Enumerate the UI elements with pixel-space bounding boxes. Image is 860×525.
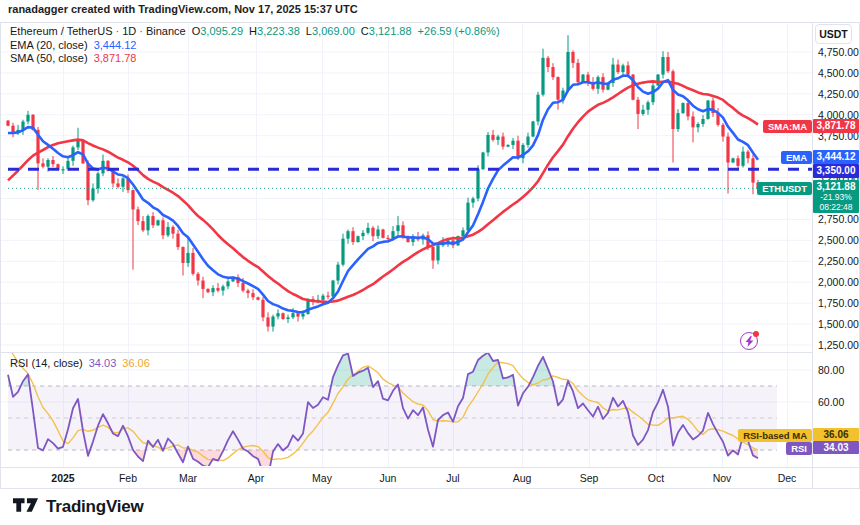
change-value: +26.59 (+0.86%) [418, 25, 500, 37]
price-tick-label: 2,500.00 [818, 234, 858, 246]
rsi-axis-pill: RSI [786, 442, 812, 455]
price-tick-label: 1,500.00 [818, 318, 858, 330]
ohlc-values: O3,095.29H3,223.38L3,069.00C3,121.88 [186, 25, 412, 37]
price-tick-label: 2,250.00 [818, 255, 858, 267]
flash-alert-icon[interactable] [740, 332, 758, 350]
rsi-axis-value: 34.03 [813, 441, 859, 454]
price-tick-label: 1,250.00 [818, 339, 858, 351]
last-price-value: 3,121.88 [813, 181, 859, 192]
ohlc-key: O [192, 25, 201, 37]
time-axis-label: Apr [234, 472, 278, 484]
rsi-tick-label: 80.00 [818, 364, 858, 376]
time-axis-label: Mar [166, 472, 210, 484]
rsi-value: 34.03 [89, 357, 117, 369]
price-tick-label: 4,750.00 [818, 46, 858, 58]
ohlc-value: 3,095.29 [200, 25, 243, 37]
legend-separator: · [113, 25, 123, 37]
tradingview-widget: ranadagger created with TradingView.com,… [0, 0, 860, 525]
ema-axis-pill: EMA [781, 151, 812, 164]
sma-legend-row[interactable]: SMA (50, close)3,871.78 [10, 52, 500, 66]
time-axis-label: Dec [765, 472, 809, 484]
currency-toggle-button[interactable]: USDT [815, 24, 852, 44]
rsi-ma-axis-pill: RSI-based MA [738, 429, 812, 442]
attribution-text: ranadagger created with TradingView.com,… [8, 3, 358, 15]
time-axis-label: Oct [634, 472, 678, 484]
rsi-tick-label: 60.00 [818, 396, 858, 408]
rsi-legend-row[interactable]: RSI (14, close)34.0336.06 [10, 357, 150, 369]
ema-value: 3,444.12 [94, 39, 137, 51]
time-axis-label: Feb [106, 472, 150, 484]
rsi-ma-value: 36.06 [122, 357, 150, 369]
interval-label: 1D [122, 25, 136, 37]
ohlc-key: C [361, 25, 369, 37]
sma-axis-pill: SMA:MA [763, 120, 812, 133]
time-axis-label: Jun [366, 472, 410, 484]
chart-plot-area[interactable] [0, 0, 860, 525]
time-axis-label: May [300, 472, 344, 484]
bar-countdown: 08:22:48 [813, 202, 859, 212]
ohlc-value: 3,223.38 [257, 25, 300, 37]
chart-legend: Ethereum / TetherUS·1D·BinanceO3,095.29H… [10, 25, 500, 66]
ema-legend-row[interactable]: EMA (20, close)3,444.12 [10, 39, 500, 53]
symbol-title: Ethereum / TetherUS [10, 25, 113, 37]
sma-label: SMA (50, close) [10, 52, 88, 64]
time-axis-label: Sep [567, 472, 611, 484]
symbol-legend-row[interactable]: Ethereum / TetherUS·1D·BinanceO3,095.29H… [10, 25, 500, 39]
notification-dot [753, 331, 759, 337]
ohlc-value: 3,121.88 [369, 25, 412, 37]
price-tick-label: 1,750.00 [818, 297, 858, 309]
time-axis-label: 2025 [41, 472, 85, 484]
price-tick-label: 2,750.00 [818, 213, 858, 225]
ohlc-value: 3,069.00 [312, 25, 355, 37]
tradingview-logo-glyph [12, 496, 39, 517]
price-tick-label: 4,500.00 [818, 67, 858, 79]
price-tick-label: 4,250.00 [818, 88, 858, 100]
rsi-label: RSI (14, close) [10, 357, 83, 369]
ema-label: EMA (20, close) [10, 39, 88, 51]
lightning-bolt-icon [745, 336, 754, 347]
time-axis-label: Nov [700, 472, 744, 484]
brand-name: TradingView [46, 497, 144, 517]
last-price-axis-box: 3,121.88 -21.93% 08:22:48 [813, 180, 859, 213]
rsi-ma-axis-value: 36.06 [813, 428, 859, 441]
ohlc-key: H [249, 25, 257, 37]
tradingview-logo[interactable]: TradingView [12, 496, 144, 517]
symbol-axis-pill: ETHUSDT [757, 182, 812, 195]
time-axis-label: Jul [431, 472, 475, 484]
level-axis-value: 3,350.00 [813, 164, 859, 178]
legend-separator: · [136, 25, 146, 37]
price-tick-label: 2,000.00 [818, 276, 858, 288]
sma-value: 3,871.78 [94, 52, 137, 64]
time-axis-label: Aug [500, 472, 544, 484]
exchange-label: Binance [146, 25, 186, 37]
ema-axis-value: 3,444.12 [813, 150, 859, 164]
sma-axis-value: 3,871.78 [813, 119, 859, 133]
change-percent-value: -21.93% [813, 192, 859, 202]
